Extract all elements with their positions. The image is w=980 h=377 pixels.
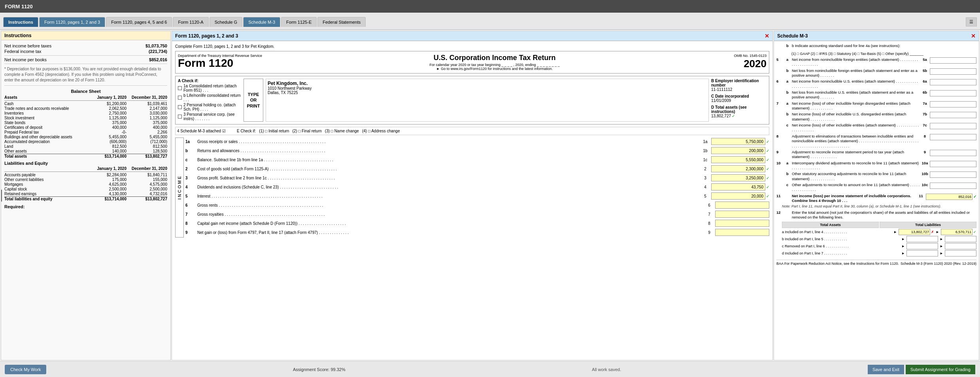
- bs-capital-stock: Capital stock 2,500,000 2,500,000: [4, 187, 167, 191]
- check-line-2: ✓: [766, 167, 769, 171]
- instructions-content: Net income before taxes $1,073,750 Feder…: [1, 40, 170, 212]
- bottom-bar: Check My Work Assignment Score: 99.32% A…: [0, 361, 980, 377]
- tab-form1120-p1[interactable]: Form 1120, pages 1, 2 and 3: [39, 17, 105, 27]
- input-line-6[interactable]: [715, 202, 769, 209]
- check-my-work-btn[interactable]: Check My Work: [5, 365, 46, 374]
- sched-input-6a[interactable]: [930, 79, 976, 85]
- checkbox-e2: (2) □ Final return: [292, 129, 321, 133]
- form-year: 2020: [727, 58, 767, 70]
- al-col1-header: Total Assets: [782, 222, 879, 228]
- federal-tax-label: Federal income tax: [4, 49, 149, 54]
- sched-line-5b: b Net loss from nonincludible foreign en…: [776, 68, 976, 78]
- sched-line-6b: b Net loss from nonincludible U.S. entit…: [776, 90, 976, 100]
- sched-input-10a[interactable]: [930, 161, 976, 167]
- net-income-label: Net income before taxes: [4, 43, 145, 48]
- tab-form1120-a[interactable]: Form 1120-A: [173, 17, 208, 27]
- tab-federal-statements[interactable]: Federal Statements: [317, 17, 366, 27]
- check-line-3: ✓: [766, 176, 769, 180]
- tab-schedule-m3[interactable]: Schedule M-3: [243, 17, 280, 27]
- al-input-d-liab[interactable]: [945, 250, 976, 256]
- al-input-a-assets[interactable]: [899, 229, 930, 235]
- arrow-icon-b: ►: [901, 237, 905, 241]
- input-line-1b[interactable]: [711, 147, 765, 154]
- schedule-m3-attached: 4 Schedule M-3 attached ☑: [177, 129, 226, 133]
- sched-input-7b[interactable]: [930, 112, 976, 118]
- sched-line-10a: 10 a Intercompany dividend adjustments t…: [776, 161, 976, 171]
- arrow-icon-c: ►: [901, 244, 905, 248]
- al-input-a-liab[interactable]: [941, 229, 972, 235]
- checkbox-b: b Life/nonlife consolidated return . . .: [178, 93, 241, 102]
- checkbox-e4: (4) □ Address change: [362, 129, 400, 133]
- checkbox-2-box[interactable]: [178, 105, 182, 109]
- right-panel-close[interactable]: ✕: [971, 33, 976, 39]
- middle-panel-close[interactable]: ✕: [765, 33, 769, 39]
- tab-schedule-g[interactable]: Schedule G: [210, 17, 242, 27]
- collapse-left-btn[interactable]: ◀: [1, 190, 2, 202]
- form-line-1c: c Balance. Subtract line 1b from line 1a…: [185, 156, 769, 164]
- input-line-7[interactable]: [715, 211, 769, 218]
- input-line-1c[interactable]: [711, 156, 765, 163]
- net-income-value: $1,073,750: [145, 43, 167, 48]
- input-line-1a[interactable]: [711, 138, 765, 145]
- sched-input-5b[interactable]: [930, 68, 976, 75]
- checkbox-3-box[interactable]: [178, 115, 182, 119]
- input-line-8[interactable]: [715, 220, 769, 227]
- tab-form1125-e[interactable]: Form 1125-E: [281, 17, 317, 27]
- sched-input-7c[interactable]: [930, 123, 976, 129]
- arrow-icon-b2: ►: [940, 237, 943, 241]
- al-input-c-assets[interactable]: [906, 243, 938, 249]
- submit-assignment-btn[interactable]: Submit Assignment for Grading: [906, 365, 975, 374]
- right-panel: Schedule M-3 ✕ b b Indicate accounting s…: [774, 31, 979, 360]
- al-input-b-assets[interactable]: [906, 236, 938, 242]
- form-number: Form 1120: [178, 58, 262, 69]
- checkbox-b-box[interactable]: [178, 96, 182, 100]
- left-panel: Instructions ◀ Net income before taxes $…: [1, 31, 171, 360]
- input-line-9[interactable]: [715, 229, 769, 236]
- bs-other-assets: Other assets 140,000 128,500: [4, 149, 167, 153]
- middle-panel-title: Form 1120, pages 1, 2 and 3: [175, 33, 238, 39]
- arrow-icon-d2: ►: [940, 251, 943, 255]
- al-row-d: d Included on Part I, line 7 . . . . . .…: [782, 250, 976, 256]
- input-line-4[interactable]: [711, 183, 765, 190]
- bs-dec-header: December 31, 2020: [127, 95, 167, 100]
- company-city: Dallas, TX 75225: [268, 90, 707, 95]
- al-row-b: b Included on Part I, line 5 . . . . . .…: [782, 236, 976, 242]
- federal-tax-row: Federal income tax (221,734): [4, 49, 167, 54]
- checkbox-1a-box[interactable]: [178, 86, 182, 90]
- bs-assets-col-header: Assets: [4, 95, 86, 100]
- input-line-5[interactable]: [711, 192, 765, 200]
- save-exit-btn[interactable]: Save and Exit: [868, 365, 904, 374]
- al-input-b-liab[interactable]: [945, 236, 976, 242]
- tab-form1120-p4[interactable]: Form 1120, pages 4, 5 and 6: [106, 17, 172, 27]
- al-input-c-liab[interactable]: [945, 243, 976, 249]
- bs-liabilities-col-header: January 1, 2020 December 31, 2020: [4, 166, 167, 172]
- tab-instructions[interactable]: Instructions: [3, 17, 38, 27]
- sched-input-10c[interactable]: [930, 183, 976, 189]
- input-line-3[interactable]: [711, 174, 765, 181]
- bs-buildings: Buildings and other depreciable assets 5…: [4, 135, 167, 139]
- sched-input-8[interactable]: [930, 134, 976, 140]
- bs-accum-dep: Accumulated depreciation (606,000) (712,…: [4, 139, 167, 144]
- sched-input-10b[interactable]: [930, 172, 976, 178]
- sched-input-7a[interactable]: [930, 101, 976, 107]
- sched-line-10c: c Other adjustments to reconcile to amou…: [776, 183, 976, 192]
- net-income-books-value: $852,016: [149, 57, 167, 62]
- input-line-2[interactable]: [711, 165, 765, 172]
- check-line-4: ✓: [766, 185, 769, 189]
- form-line-2: 2 Cost of goods sold (attach Form 1125-A…: [185, 165, 769, 173]
- grid-icon-btn[interactable]: ☰: [966, 17, 977, 26]
- sched-input-11[interactable]: [926, 194, 972, 200]
- checkbox-e3: (3) □ Name change: [325, 129, 359, 133]
- sched-input-6b[interactable]: [930, 90, 976, 96]
- form-line-5: 5 Interest . . . . . . . . . . . . . . .…: [185, 192, 769, 200]
- baa-footer: BAA For Paperwork Reduction Act Notice, …: [776, 260, 976, 266]
- sched-line-5a: 5 a Net income from nonincludible foreig…: [776, 57, 976, 67]
- sched-input-5a[interactable]: [930, 57, 976, 64]
- sched-line-11: 11 Net income (loss) per income statemen…: [776, 194, 976, 204]
- instructions-note: * Depreciation for tax purposes is $136,…: [4, 66, 167, 83]
- check-line-5: ✓: [766, 194, 769, 198]
- total-assets-value: 13,802,727: [711, 114, 731, 118]
- sched-input-9[interactable]: [930, 150, 976, 156]
- al-input-d-assets[interactable]: [906, 250, 938, 256]
- grid-icon: ☰: [969, 19, 973, 24]
